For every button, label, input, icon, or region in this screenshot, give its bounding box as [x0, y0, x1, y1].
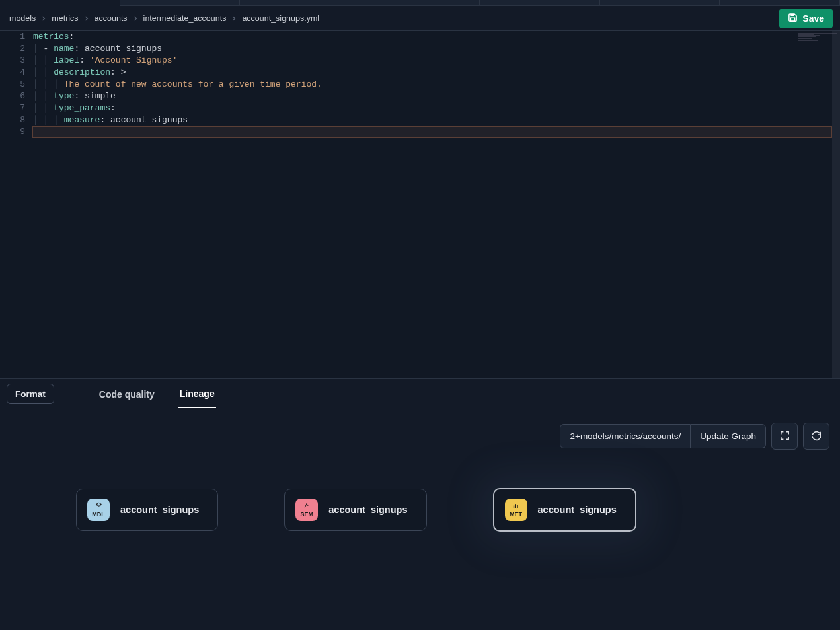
editor-scrollbar[interactable]	[832, 31, 840, 378]
svg-rect-2	[514, 506, 514, 508]
sem-icon	[303, 502, 311, 510]
code-line[interactable]: │ │ description: >	[33, 67, 832, 79]
minimap[interactable]	[798, 33, 837, 41]
code-line[interactable]: metrics:	[33, 31, 832, 43]
node-label: account_signups	[120, 505, 199, 515]
breadcrumb-segment[interactable]: models	[9, 14, 36, 23]
save-button-label: Save	[802, 13, 824, 24]
fullscreen-button[interactable]	[771, 423, 798, 450]
code-line[interactable]: │ │ label: 'Account Signups'	[33, 55, 832, 67]
chevron-right-icon	[132, 15, 139, 22]
lineage-canvas[interactable]: 2+models/metrics/accounts/ Update Graph …	[0, 409, 840, 630]
node-type-badge: MET	[505, 499, 527, 521]
file-tab[interactable]	[360, 0, 480, 6]
node-label: account_signups	[328, 505, 407, 515]
code-line[interactable]: │ │ type_params:	[33, 102, 832, 114]
line-number: 3	[0, 55, 25, 67]
node-type-badge: MDL	[87, 499, 110, 521]
breadcrumb-segment[interactable]: intermediate_accounts	[143, 14, 227, 23]
node-label: account_signups	[538, 505, 617, 515]
code-editor[interactable]: 123456789 metrics:│ - name: account_sign…	[0, 31, 840, 378]
chevron-right-icon	[83, 15, 91, 22]
code-line[interactable]: │ │ │ The count of new accounts for a gi…	[33, 79, 832, 90]
met-icon	[512, 502, 520, 510]
lineage-node-sem[interactable]: SEMaccount_signups	[284, 489, 426, 531]
update-graph-button[interactable]: Update Graph	[691, 424, 766, 448]
refresh-button[interactable]	[803, 423, 829, 450]
breadcrumb-segment[interactable]: metrics	[52, 14, 78, 23]
node-type-label: SEM	[300, 511, 313, 518]
node-type-label: MDL	[92, 511, 105, 518]
save-icon	[788, 13, 798, 24]
line-number: 8	[0, 114, 25, 126]
format-button[interactable]: Format	[7, 384, 54, 404]
node-type-label: MET	[510, 511, 522, 518]
file-tab-strip	[0, 0, 840, 6]
file-tab[interactable]	[720, 0, 840, 6]
file-tab[interactable]	[0, 0, 120, 6]
panel-tab-code-quality[interactable]: Code quality	[98, 381, 156, 407]
mdl-icon	[95, 502, 103, 510]
lineage-node-met[interactable]: METaccount_signups	[493, 488, 636, 532]
breadcrumb-segment[interactable]: accounts	[95, 14, 128, 23]
file-tab[interactable]	[600, 0, 720, 6]
line-number: 2	[0, 43, 25, 55]
svg-rect-3	[515, 504, 516, 508]
file-tab[interactable]	[480, 0, 600, 6]
breadcrumb-segment[interactable]: account_signups.yml	[242, 14, 319, 23]
lower-panel: Format Code qualityLineage 2+models/metr…	[0, 378, 840, 630]
line-number: 9	[0, 126, 25, 138]
breadcrumb[interactable]: modelsmetricsaccountsintermediate_accoun…	[9, 14, 319, 23]
lineage-node-mdl[interactable]: MDLaccount_signups	[76, 489, 218, 531]
line-number: 1	[0, 31, 25, 43]
chevron-right-icon	[40, 15, 48, 22]
line-number: 7	[0, 102, 25, 114]
code-line[interactable]	[32, 126, 832, 138]
node-type-badge: SEM	[295, 499, 318, 521]
svg-rect-4	[517, 505, 517, 508]
svg-rect-0	[791, 13, 794, 15]
line-number: 6	[0, 90, 25, 102]
lineage-filter-input[interactable]: 2+models/metrics/accounts/	[560, 424, 691, 448]
panel-tab-lineage[interactable]: Lineage	[178, 380, 216, 408]
lineage-edge	[427, 510, 493, 510]
code-area[interactable]: metrics:│ - name: account_signups│ │ lab…	[33, 31, 832, 378]
line-number-gutter: 123456789	[0, 31, 33, 378]
refresh-icon	[811, 430, 822, 443]
save-button[interactable]: Save	[779, 9, 833, 28]
code-line[interactable]: │ │ type: simple	[33, 90, 832, 102]
lineage-edge	[218, 510, 284, 510]
code-line[interactable]: │ - name: account_signups	[33, 43, 832, 55]
line-number: 4	[0, 67, 25, 79]
chevron-right-icon	[230, 15, 238, 22]
code-line[interactable]: │ │ │ measure: account_signups	[33, 114, 832, 126]
line-number: 5	[0, 79, 25, 90]
file-tab[interactable]	[120, 0, 241, 6]
file-tab[interactable]	[240, 0, 360, 6]
fullscreen-icon	[779, 430, 790, 443]
